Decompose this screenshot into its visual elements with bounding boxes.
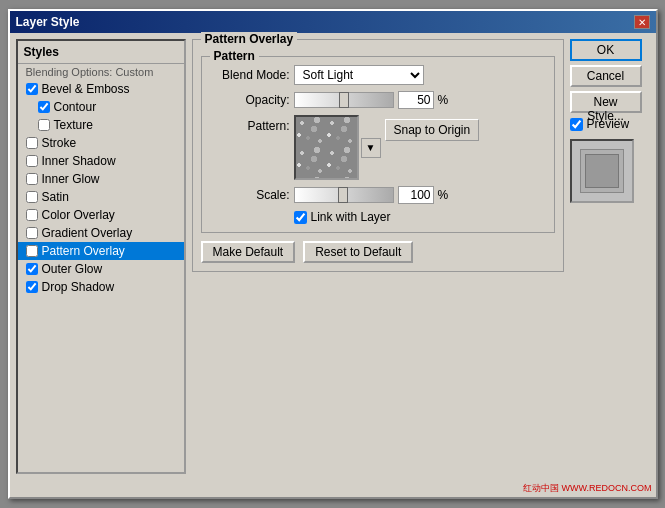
scale-slider[interactable] [294,187,394,203]
preview-label: Preview [587,117,630,131]
preview-row: Preview [570,117,650,131]
outer-group-title: Pattern Overlay [201,32,298,46]
pattern-overlay-checkbox[interactable] [26,245,38,257]
color-overlay-checkbox[interactable] [26,209,38,221]
sidebar-item-inner-shadow[interactable]: Inner Shadow [18,152,184,170]
link-with-layer-checkbox[interactable] [294,211,307,224]
scale-label: Scale: [210,188,290,202]
sidebar-item-bevel-emboss[interactable]: Bevel & Emboss [18,80,184,98]
link-with-layer-label: Link with Layer [311,210,391,224]
blending-options-label[interactable]: Blending Options: Custom [18,64,184,80]
close-button[interactable]: ✕ [634,15,650,29]
contour-checkbox[interactable] [38,101,50,113]
middle-panel: Pattern Overlay Pattern Blend Mode: Soft… [192,39,564,474]
scale-row: Scale: % [210,186,546,204]
pattern-label: Pattern: [210,115,290,133]
sidebar-item-gradient-overlay[interactable]: Gradient Overlay [18,224,184,242]
ok-button[interactable]: OK [570,39,642,61]
title-bar: Layer Style ✕ [10,11,656,33]
pattern-overlay-group: Pattern Overlay Pattern Blend Mode: Soft… [192,39,564,272]
inner-group-title: Pattern [210,49,259,63]
scale-value-input[interactable] [398,186,434,204]
opacity-percent: % [438,93,449,107]
layer-style-dialog: Layer Style ✕ Styles Blending Options: C… [8,9,658,499]
gradient-overlay-checkbox[interactable] [26,227,38,239]
cancel-button[interactable]: Cancel [570,65,642,87]
sidebar-item-texture[interactable]: Texture [18,116,184,134]
drop-shadow-checkbox[interactable] [26,281,38,293]
dialog-body: Styles Blending Options: Custom Bevel & … [10,33,656,480]
blend-mode-select[interactable]: Soft Light Normal Multiply Screen Overla… [294,65,424,85]
outer-glow-checkbox[interactable] [26,263,38,275]
opacity-label: Opacity: [210,93,290,107]
pattern-thumbnail[interactable] [294,115,359,180]
left-panel: Styles Blending Options: Custom Bevel & … [16,39,186,474]
dialog-title: Layer Style [16,15,80,29]
make-default-button[interactable]: Make Default [201,241,296,263]
new-style-button[interactable]: New Style... [570,91,642,113]
right-panel: OK Cancel New Style... Preview [570,39,650,474]
sidebar-item-satin[interactable]: Satin [18,188,184,206]
satin-checkbox[interactable] [26,191,38,203]
scale-percent: % [438,188,449,202]
scale-slider-container: % [294,186,449,204]
pattern-group: Pattern Blend Mode: Soft Light Normal Mu… [201,56,555,233]
inner-shadow-checkbox[interactable] [26,155,38,167]
styles-header: Styles [18,41,184,64]
sidebar-item-contour[interactable]: Contour [18,98,184,116]
pattern-row: Pattern: ▼ Snap to Origin [210,115,546,180]
preview-checkbox[interactable] [570,118,583,131]
sidebar-item-pattern-overlay[interactable]: Pattern Overlay [18,242,184,260]
inner-glow-checkbox[interactable] [26,173,38,185]
preview-thumbnail [570,139,634,203]
blend-mode-row: Blend Mode: Soft Light Normal Multiply S… [210,65,546,85]
bottom-buttons: Make Default Reset to Default [201,241,555,263]
sidebar-item-stroke[interactable]: Stroke [18,134,184,152]
snap-to-origin-button[interactable]: Snap to Origin [385,119,480,141]
opacity-value-input[interactable] [398,91,434,109]
pattern-preview [296,117,357,178]
texture-checkbox[interactable] [38,119,50,131]
blend-mode-label: Blend Mode: [210,68,290,82]
opacity-row: Opacity: % [210,91,546,109]
stroke-checkbox[interactable] [26,137,38,149]
watermark: 红动中国 WWW.REDOCN.COM [10,480,656,497]
preview-thumb-inner [580,149,624,193]
opacity-slider[interactable] [294,92,394,108]
bevel-emboss-checkbox[interactable] [26,83,38,95]
pattern-dropdown: ▼ [294,115,381,180]
sidebar-item-drop-shadow[interactable]: Drop Shadow [18,278,184,296]
reset-to-default-button[interactable]: Reset to Default [303,241,413,263]
sidebar-item-outer-glow[interactable]: Outer Glow [18,260,184,278]
link-with-layer-row: Link with Layer [294,210,546,224]
sidebar-item-color-overlay[interactable]: Color Overlay [18,206,184,224]
opacity-slider-container: % [294,91,449,109]
sidebar-item-inner-glow[interactable]: Inner Glow [18,170,184,188]
pattern-dropdown-btn[interactable]: ▼ [361,138,381,158]
